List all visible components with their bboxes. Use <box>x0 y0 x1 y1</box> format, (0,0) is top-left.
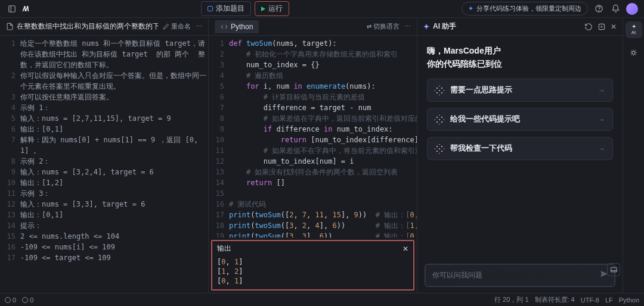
svg-point-9 <box>632 51 635 54</box>
panel-more-icon[interactable]: ⋯ <box>404 23 411 30</box>
run-label: 运行 <box>268 4 283 14</box>
help-icon[interactable] <box>593 3 605 15</box>
rail-ai[interactable]: ✦ AI <box>626 21 642 38</box>
avatar[interactable] <box>626 3 638 15</box>
switch-language-label: 切换语言 <box>373 22 400 31</box>
history-icon[interactable] <box>584 23 593 31</box>
square-icon <box>208 6 213 11</box>
code-icon <box>221 23 228 30</box>
ai-input[interactable]: 你可以问我问题 <box>425 264 615 287</box>
rename-label: 重命名 <box>171 22 191 31</box>
svg-rect-7 <box>611 267 617 272</box>
sparkle-grid-icon <box>435 115 444 124</box>
close-output-icon[interactable]: ✕ <box>402 245 408 253</box>
status-lang[interactable]: Python <box>619 296 639 304</box>
ai-suggestion-label: 需要一点思路提示 <box>450 85 592 95</box>
code-editor[interactable]: 1def twoSum(nums, target):2 # 初始化一个字典用来存… <box>209 36 417 238</box>
more-icon[interactable]: ⋯ <box>196 23 202 30</box>
ai-greet-line1: 嗨，MarsCode用户 <box>427 44 613 57</box>
ai-suggestion-2[interactable]: 帮我检查一下代码→ <box>427 137 613 160</box>
output-panel: 输出 ✕ [0, 1][1, 2][0, 1] <box>211 240 414 291</box>
problem-editor[interactable]: 1给定一个整数数组 nums 和一个整数目标值 target，请你在该数组中找出… <box>0 36 208 293</box>
logo: /\/\ <box>23 5 28 13</box>
ai-greet-line2: 你的代码陪练已到位 <box>427 57 613 70</box>
layout-icon[interactable] <box>607 263 620 276</box>
status-bar: 0 0 行 20，列 1 制表符长度: 4 UTF-8 LF Python <box>0 293 644 306</box>
main-area: 在整数数组中找出和为目标值的两个整数的下标 重命名 ⋯ 1给定一个整数数组 nu… <box>0 18 644 293</box>
status-errors[interactable]: 0 <box>5 296 16 304</box>
run-button[interactable]: 运行 <box>255 1 289 16</box>
ai-input-placeholder: 你可以问我问题 <box>432 271 482 279</box>
status-eol[interactable]: LF <box>605 296 613 304</box>
promo-pill[interactable]: ✦ 分享代码练习体验，领限量定制周边 <box>462 2 588 15</box>
switch-language-button[interactable]: ⇄ 切换语言 <box>367 22 400 31</box>
new-chat-icon[interactable] <box>597 23 606 31</box>
problem-title: 在整数数组中找出和为目标值的两个整数的下标 <box>17 21 158 32</box>
svg-rect-0 <box>9 5 16 12</box>
ai-panel: ✦ AI 助手 ✕ 嗨，MarsCode用户 你的代码陪练已到位 需要一点思路提… <box>417 18 623 293</box>
sparkle-icon: ✦ <box>423 23 429 31</box>
add-problem-label: 添加题目 <box>216 4 244 14</box>
svg-point-3 <box>599 10 599 11</box>
output-body: [0, 1][1, 2][0, 1] <box>212 256 413 289</box>
panel-toggle-icon[interactable] <box>6 3 18 15</box>
status-warnings[interactable]: 0 <box>22 296 33 304</box>
add-problem-button[interactable]: 添加题目 <box>201 1 251 16</box>
sparkle-icon: ✦ <box>468 5 473 13</box>
doc-icon <box>6 23 14 30</box>
status-encoding[interactable]: UTF-8 <box>581 296 599 304</box>
output-title: 输出 <box>217 243 231 254</box>
ai-suggestion-0[interactable]: 需要一点思路提示→ <box>427 79 613 102</box>
bell-icon[interactable] <box>609 3 621 15</box>
rail-bug-icon[interactable] <box>626 44 642 61</box>
code-panel: Python ⇄ 切换语言 ⋯ 1def twoSum(nums, target… <box>209 18 417 293</box>
sparkle-grid-icon <box>435 86 444 95</box>
rail-ai-label: AI <box>631 30 636 36</box>
status-position[interactable]: 行 20，列 1 <box>494 295 528 304</box>
ai-suggestion-1[interactable]: 给我一些代码提示吧→ <box>427 108 613 131</box>
top-bar: /\/\ 添加题目 运行 ✦ 分享代码练习体验，领限量定制周边 <box>0 0 644 18</box>
arrow-right-icon: → <box>598 115 605 124</box>
sparkle-grid-icon <box>435 144 444 154</box>
ai-greeting: 嗨，MarsCode用户 你的代码陪练已到位 <box>427 44 613 70</box>
ai-suggestion-label: 帮我检查一下代码 <box>450 143 592 154</box>
close-ai-icon[interactable]: ✕ <box>611 23 617 31</box>
arrow-right-icon: → <box>598 145 605 153</box>
arrow-right-icon: → <box>598 86 605 95</box>
problem-panel: 在整数数组中找出和为目标值的两个整数的下标 重命名 ⋯ 1给定一个整数数组 nu… <box>0 18 209 293</box>
status-tabsize[interactable]: 制表符长度: 4 <box>535 295 575 304</box>
promo-text: 分享代码练习体验，领限量定制周边 <box>476 4 581 13</box>
play-icon <box>261 7 265 11</box>
ai-suggestion-label: 给我一些代码提示吧 <box>450 114 592 124</box>
right-rail: ✦ AI <box>623 18 644 293</box>
ai-title: AI 助手 <box>433 21 456 32</box>
language-tab[interactable]: Python <box>215 20 259 33</box>
language-label: Python <box>231 23 253 31</box>
rename-button[interactable]: 重命名 <box>163 22 191 31</box>
